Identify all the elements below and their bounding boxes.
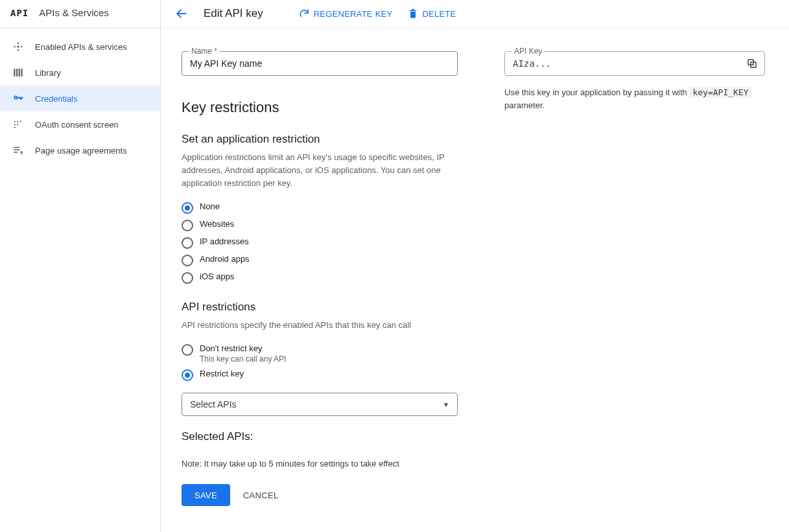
sidebar-item-oauth-consent[interactable]: OAuth consent screen — [0, 111, 160, 137]
svg-point-1 — [14, 46, 16, 48]
sidebar-item-enabled-apis[interactable]: Enabled APIs & services — [0, 34, 160, 60]
radio-sublabel: This key can call any API — [200, 354, 286, 364]
name-field-label: Name * — [189, 47, 220, 56]
trash-icon — [408, 8, 418, 19]
app-restriction-description: Application restrictions limit an API ke… — [182, 151, 447, 190]
nav-list: Enabled APIs & services Library Credenti… — [0, 29, 160, 163]
page-title: Edit API key — [204, 7, 263, 20]
svg-point-9 — [14, 121, 16, 122]
sidebar-item-label: Credentials — [35, 94, 78, 104]
radio-label: Android apps — [200, 254, 250, 264]
api-key-column: API Key AIza... Use this key in your app… — [504, 51, 765, 506]
selected-apis-heading: Selected APIs: — [182, 430, 458, 443]
sidebar-item-label: Library — [35, 68, 61, 78]
help-code: key=API_KEY — [689, 87, 751, 98]
svg-point-18 — [21, 151, 23, 153]
svg-point-14 — [20, 121, 21, 122]
radio-android-apps[interactable]: Android apps — [182, 254, 458, 266]
svg-rect-5 — [14, 69, 15, 76]
radio-label: Restrict key — [200, 369, 244, 378]
radio-icon — [182, 369, 193, 381]
sidebar-item-label: Enabled APIs & services — [35, 42, 127, 52]
back-button[interactable] — [175, 7, 188, 20]
help-post: parameter. — [504, 100, 545, 110]
svg-point-12 — [17, 121, 18, 122]
sidebar-item-library[interactable]: Library — [0, 60, 160, 86]
radio-dont-restrict[interactable]: Don't restrict key This key can call any… — [182, 343, 458, 364]
copy-icon — [746, 58, 758, 69]
svg-point-11 — [14, 126, 16, 128]
api-key-field: API Key AIza... — [504, 51, 765, 76]
delete-button[interactable]: DELETE — [408, 8, 456, 19]
agreements-icon — [10, 145, 26, 156]
radio-icon — [182, 220, 193, 231]
svg-point-3 — [18, 42, 19, 44]
cancel-button[interactable]: CANCEL — [243, 491, 279, 500]
delete-label: DELETE — [422, 9, 456, 19]
help-pre: Use this key in your application by pass… — [504, 87, 689, 97]
radio-label: iOS apps — [200, 272, 234, 281]
radio-none[interactable]: None — [182, 202, 458, 214]
settings-delay-note: Note: It may take up to 5 minutes for se… — [182, 459, 458, 468]
svg-point-2 — [21, 46, 23, 48]
svg-rect-17 — [14, 152, 18, 153]
sidebar-item-label: Page usage agreements — [35, 146, 127, 156]
form-actions: SAVE CANCEL — [182, 484, 458, 506]
copy-api-key-button[interactable] — [740, 52, 764, 75]
name-field: Name * — [182, 51, 458, 76]
api-restriction-heading: API restrictions — [182, 301, 458, 314]
key-icon — [10, 93, 26, 104]
sidebar-header: API APIs & Services — [0, 5, 160, 29]
radio-icon — [182, 272, 193, 284]
form-column: Name * Key restrictions Set an applicati… — [182, 51, 458, 506]
name-input[interactable] — [182, 52, 457, 75]
toolbar: Edit API key REGENERATE KEY DELETE — [161, 0, 789, 28]
select-apis-dropdown[interactable]: Select APIs ▼ — [182, 393, 458, 416]
api-restriction-description: API restrictions specify the enabled API… — [182, 319, 447, 332]
api-restriction-radio-group: Don't restrict key This key can call any… — [182, 343, 458, 381]
radio-ios-apps[interactable]: iOS apps — [182, 272, 458, 284]
arrow-back-icon — [175, 7, 188, 20]
regenerate-key-label: REGENERATE KEY — [314, 9, 393, 19]
radio-icon — [182, 344, 193, 356]
sidebar-item-page-usage-agreements[interactable]: Page usage agreements — [0, 137, 160, 163]
select-apis-placeholder: Select APIs — [190, 399, 237, 410]
api-key-field-label: API Key — [512, 47, 545, 56]
key-restrictions-heading: Key restrictions — [182, 99, 458, 116]
svg-point-13 — [17, 124, 18, 125]
radio-label: Don't restrict key — [200, 343, 286, 353]
dropdown-arrow-icon: ▼ — [443, 401, 449, 408]
svg-point-0 — [17, 45, 19, 47]
radio-icon — [182, 255, 193, 266]
svg-rect-21 — [412, 9, 414, 10]
api-key-help-text: Use this key in your application by pass… — [504, 86, 765, 112]
consent-screen-icon — [10, 119, 26, 130]
regenerate-key-button[interactable]: REGENERATE KEY — [298, 8, 393, 19]
svg-point-4 — [18, 49, 19, 51]
svg-rect-8 — [21, 69, 23, 76]
radio-label: IP addresses — [200, 237, 249, 246]
app-restriction-heading: Set an application restriction — [182, 133, 458, 146]
api-logo: API — [10, 8, 29, 17]
radio-label: None — [200, 202, 220, 211]
svg-point-10 — [14, 124, 16, 125]
radio-websites[interactable]: Websites — [182, 219, 458, 231]
refresh-icon — [298, 8, 310, 19]
svg-rect-7 — [19, 69, 20, 76]
svg-rect-16 — [14, 150, 19, 151]
product-title: APIs & Services — [39, 7, 109, 18]
svg-rect-20 — [410, 10, 417, 11]
save-button[interactable]: SAVE — [182, 484, 230, 506]
sidebar-item-label: OAuth consent screen — [35, 120, 119, 130]
app-restriction-radio-group: None Websites IP addresses Android apps — [182, 202, 458, 284]
svg-rect-15 — [14, 147, 19, 148]
library-icon — [10, 67, 26, 78]
svg-rect-6 — [16, 69, 18, 76]
radio-restrict-key[interactable]: Restrict key — [182, 369, 458, 381]
radio-label: Websites — [200, 219, 234, 229]
radio-icon — [182, 237, 193, 249]
radio-ip-addresses[interactable]: IP addresses — [182, 237, 458, 249]
main: Edit API key REGENERATE KEY DELETE Name … — [161, 0, 789, 532]
sidebar-item-credentials[interactable]: Credentials — [0, 86, 160, 111]
enabled-apis-icon — [10, 41, 26, 52]
